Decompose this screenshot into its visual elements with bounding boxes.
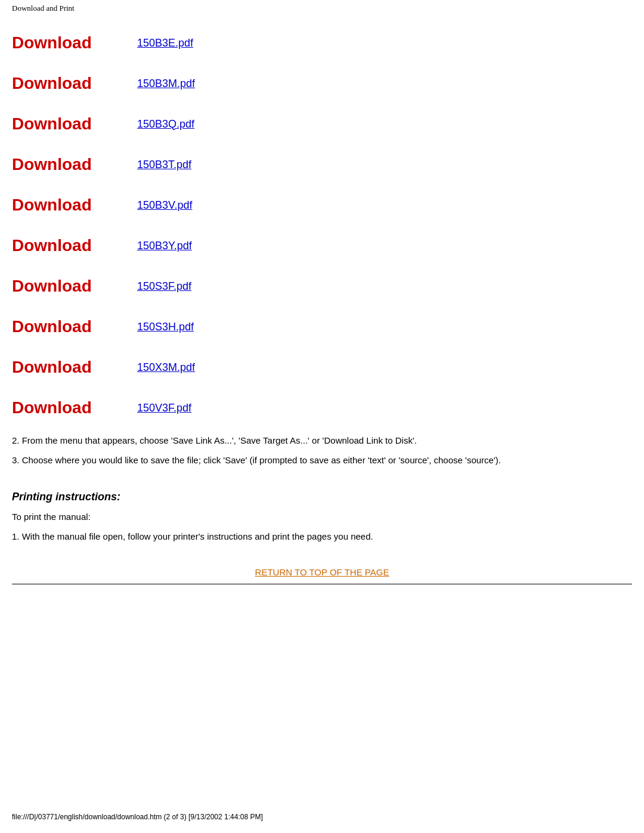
download-file-link-7[interactable]: 150S3H.pdf [137,321,194,333]
download-label-3: Download [12,155,92,174]
download-file-link-9[interactable]: 150V3F.pdf [137,402,191,414]
divider [12,584,632,584]
printing-step1: 1. With the manual file open, follow you… [12,530,632,544]
printing-section: Printing instructions: To print the manu… [12,491,632,543]
download-file-link-0[interactable]: 150B3E.pdf [137,37,193,49]
download-label-4: Download [12,196,92,214]
table-row: Download150B3T.pdf [12,144,632,185]
download-file-link-1[interactable]: 150B3M.pdf [137,78,195,89]
download-label-6: Download [12,277,92,295]
download-label-7: Download [12,317,92,336]
download-file-link-4[interactable]: 150B3V.pdf [137,199,192,211]
download-file-link-5[interactable]: 150B3Y.pdf [137,240,192,252]
download-file-link-3[interactable]: 150B3T.pdf [137,159,191,171]
download-table: Download150B3E.pdfDownload150B3M.pdfDown… [12,23,632,428]
download-label-0: Download [12,33,92,52]
breadcrumb: Download and Print [12,4,75,13]
download-file-link-8[interactable]: 150X3M.pdf [137,361,195,373]
table-row: Download150S3F.pdf [12,266,632,306]
footer-text: file:///D|/03771/english/download/downlo… [12,813,263,821]
download-file-link-6[interactable]: 150S3F.pdf [137,280,191,292]
table-row: Download150V3F.pdf [12,388,632,428]
return-link-section: RETURN TO TOP OF THE PAGE [12,567,632,578]
return-to-top-link[interactable]: RETURN TO TOP OF THE PAGE [255,567,389,577]
printing-intro: To print the manual: [12,510,632,524]
printing-title: Printing instructions: [12,491,632,503]
instruction-step2: 2. From the menu that appears, choose 'S… [12,434,632,448]
instructions-section: 2. From the menu that appears, choose 'S… [12,434,632,479]
download-label-5: Download [12,236,92,255]
instruction-step3: 3. Choose where you would like to save t… [12,454,632,467]
table-row: Download150B3Y.pdf [12,225,632,266]
download-label-1: Download [12,74,92,92]
table-row: Download150S3H.pdf [12,306,632,347]
table-row: Download150X3M.pdf [12,347,632,388]
download-label-8: Download [12,358,92,376]
download-label-9: Download [12,398,92,417]
table-row: Download150B3E.pdf [12,23,632,63]
table-row: Download150B3M.pdf [12,63,632,104]
download-label-2: Download [12,114,92,133]
table-row: Download150B3Q.pdf [12,104,632,144]
download-file-link-2[interactable]: 150B3Q.pdf [137,118,194,130]
table-row: Download150B3V.pdf [12,185,632,225]
